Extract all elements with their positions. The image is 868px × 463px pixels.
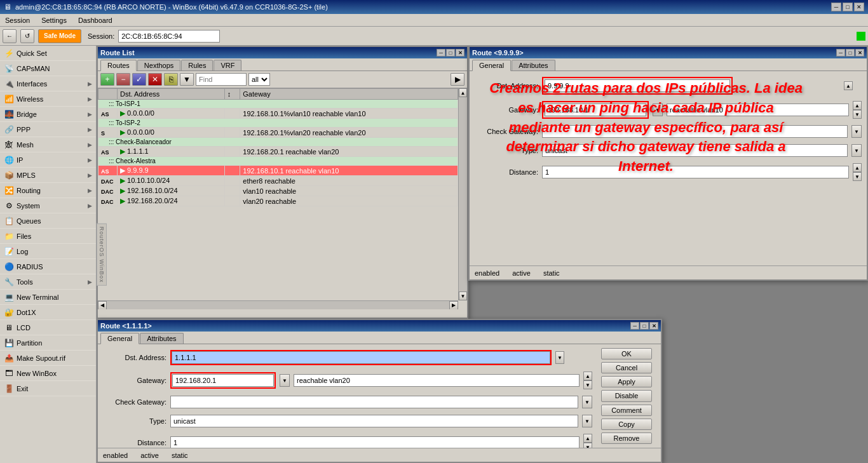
table-row[interactable]: DAC ▶ 192.168.20.0/24 vlan20 reachable [98,196,458,206]
check-gateway-dropdown-2[interactable]: ▼ [582,396,592,408]
table-row[interactable]: ::: Check-Alestra [98,157,458,166]
distance-input-1[interactable] [542,166,849,178]
tab-nexthops[interactable]: Nexthops [137,60,180,70]
dst-address-input-1[interactable] [545,79,730,92]
gateway-dropdown-2[interactable]: ▼ [280,374,290,387]
panel-close-btn[interactable]: ✕ [855,49,864,57]
panel-minimize-btn[interactable]: ─ [836,49,845,57]
menu-dashboard[interactable]: Dashboard [76,15,115,25]
sidebar-item-radius[interactable]: 🔵 RADIUS [0,259,96,274]
scroll-down-gw-1[interactable]: ▼ [853,110,862,119]
check-gateway-input-2[interactable] [170,396,578,408]
table-row-selected[interactable]: AS ▶ 9.9.9.9 192.168.10.1 reachable vlan… [98,166,458,176]
sidebar-item-routing[interactable]: 🔀 Routing ▶ [0,183,96,198]
distance-input-2[interactable] [170,436,580,449]
sidebar-item-ppp[interactable]: 🔗 PPP ▶ [0,122,96,137]
close-btn[interactable]: ✕ [854,3,864,11]
sidebar-item-quickset[interactable]: ⚡ Quick Set [0,46,96,61]
panel-minimize-btn[interactable]: ─ [630,322,639,330]
menu-session[interactable]: Session [3,15,32,25]
table-row[interactable]: S ▶ 0.0.0.0/0 192.168.20.1%vlan20 reacha… [98,128,458,138]
cancel-btn[interactable]: Cancel [601,362,652,373]
table-row[interactable]: ::: To-ISP-1 [98,100,458,109]
dst-scroll-2[interactable]: ▼ [555,351,564,364]
minimize-btn[interactable]: ─ [831,3,841,11]
safe-mode-btn[interactable]: Safe Mode [38,29,81,43]
ok-btn[interactable]: OK [601,348,652,359]
refresh-btn[interactable]: ↺ [20,29,34,43]
sidebar-item-system[interactable]: ⚙ System ▶ [0,198,96,213]
panel-close-btn[interactable]: ✕ [456,49,465,57]
sidebar-item-new-winbox[interactable]: 🗔 New WinBox [0,366,96,381]
panel-close-btn[interactable]: ✕ [649,322,658,330]
remove-btn[interactable]: Remove [601,433,652,444]
sidebar-item-partition[interactable]: 💾 Partition [0,335,96,351]
panel-maximize-btn[interactable]: □ [846,49,855,57]
sidebar-item-make-supout[interactable]: 📤 Make Supout.rif [0,351,96,366]
tab-general-2[interactable]: General [100,333,139,344]
sidebar-item-mpls[interactable]: 📦 MPLS ▶ [0,168,96,183]
scroll-left-btn[interactable]: ◀ [98,301,107,310]
gateway-input-1[interactable] [545,104,646,116]
add-route-btn[interactable]: + [100,73,114,86]
session-input[interactable] [118,30,220,43]
comment-btn[interactable]: Comment [601,405,652,416]
edit-route-btn[interactable]: ✓ [132,73,146,86]
table-row[interactable]: ::: Check-Balanceador [98,138,458,147]
sidebar-item-wireless[interactable]: 📶 Wireless ▶ [0,91,96,107]
sidebar-item-ip[interactable]: 🌐 IP ▶ [0,152,96,168]
gateway-extra-input-1[interactable] [667,104,849,116]
tab-general-1[interactable]: General [472,60,511,71]
gateway-dropdown-1[interactable]: ▼ [653,104,663,116]
scroll-down-gw-2[interactable]: ▼ [583,380,592,389]
table-row[interactable]: DAC ▶ 10.10.10.0/24 ether8 reachable [98,176,458,186]
sidebar-item-tools[interactable]: 🔧 Tools ▶ [0,274,96,290]
copy-btn[interactable]: Copy [601,419,652,430]
sidebar-item-new-terminal[interactable]: 💻 New Terminal [0,290,96,305]
table-row[interactable]: AS ▶ 1.1.1.1 192.168.20.1 reachable vlan… [98,147,458,157]
sidebar-item-mesh[interactable]: 🕸 Mesh ▶ [0,137,96,152]
sidebar-item-dot1x[interactable]: 🔐 Dot1X [0,305,96,320]
scroll-down-btn[interactable]: ▼ [459,292,467,300]
sidebar-item-lcd[interactable]: 🖥 LCD [0,320,96,335]
panel-minimize-btn[interactable]: ─ [437,49,445,57]
table-row[interactable]: DAC ▶ 192.168.10.0/24 vlan10 reachable [98,186,458,196]
filter-select[interactable]: all [248,73,270,86]
horizontal-scrollbar[interactable]: ◀ ▶ [98,300,458,309]
sidebar-item-queues[interactable]: 📋 Queues [0,213,96,229]
scroll-up-gw-1[interactable]: ▲ [853,101,862,110]
filter-btn[interactable]: ▼ [180,73,194,86]
scroll-right-btn[interactable]: ▶ [451,73,465,86]
col-flags[interactable] [98,89,118,100]
vertical-scrollbar[interactable]: ▲ ▼ [458,88,467,300]
maximize-btn[interactable]: □ [843,3,853,11]
scroll-down-dist-1[interactable]: ▼ [853,172,862,181]
tab-attributes-1[interactable]: Attributes [512,60,555,70]
tab-routes[interactable]: Routes [100,60,137,71]
apply-btn[interactable]: Apply [601,376,652,387]
type-input-2[interactable] [170,415,578,427]
remove-route-btn[interactable]: − [116,73,130,86]
table-row[interactable]: AS ▶ 0.0.0.0/0 192.168.10.1%vlan10 reach… [98,109,458,119]
scroll-right-btn2[interactable]: ▶ [449,301,458,310]
tab-rules[interactable]: Rules [181,60,213,70]
copy-route-btn[interactable]: ⎘ [164,73,178,86]
scroll-up-dist-2[interactable]: ▲ [583,434,592,443]
check-gateway-input-1[interactable] [542,125,848,138]
sidebar-item-files[interactable]: 📁 Files [0,229,96,244]
col-dst-address[interactable]: Dst. Address [118,89,225,100]
scroll-up-dist-1[interactable]: ▲ [853,163,862,172]
disable-btn[interactable]: Disable [601,390,652,401]
panel-maximize-btn[interactable]: □ [446,49,455,57]
sidebar-item-log[interactable]: 📝 Log [0,244,96,259]
check-gateway-dropdown-1[interactable]: ▼ [851,125,862,138]
sidebar-item-capsman[interactable]: 📡 CAPsMAN [0,61,96,76]
sidebar-item-interfaces[interactable]: 🔌 Interfaces ▶ [0,76,96,91]
scroll-up-gw-2[interactable]: ▲ [583,372,592,380]
panel-maximize-btn[interactable]: □ [640,322,649,330]
dst-address-input-2[interactable] [172,351,550,364]
table-row[interactable]: ::: To-ISP-2 [98,119,458,128]
back-btn[interactable]: ← [3,29,17,43]
scroll-up-1[interactable]: ▲ [844,81,853,90]
gateway-input-2[interactable] [172,374,274,387]
